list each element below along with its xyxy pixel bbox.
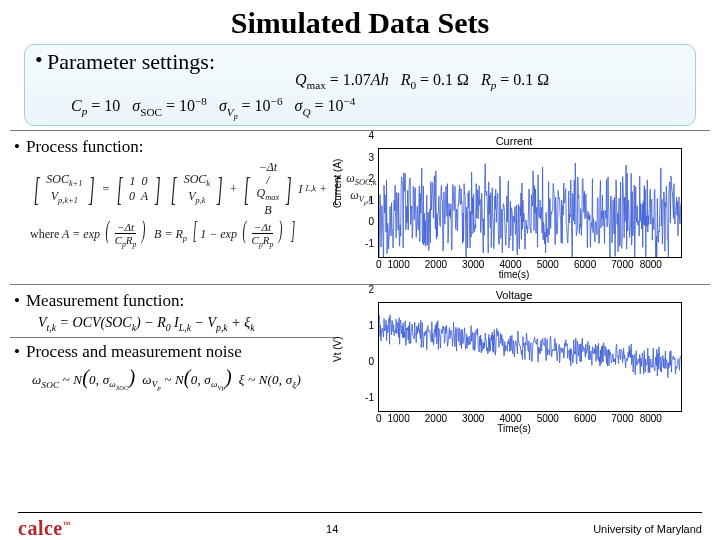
voltage-plot-title: Voltage	[340, 289, 688, 301]
current-signal	[379, 149, 681, 257]
footer: calce™ 14 University of Maryland	[0, 512, 720, 540]
current-plot: Current Current (A) -101234 010002000300…	[340, 135, 688, 280]
noise-heading: •Process and measurement noise	[14, 342, 340, 362]
page-number: 14	[326, 523, 338, 535]
voltage-xlabel: Time(s)	[340, 423, 688, 434]
process-equation: [ SOCk+1Vp,k+1 ] = [ 1 00 A ] [ SOCkVp,k…	[14, 161, 340, 249]
process-heading-text: Process function:	[26, 137, 144, 156]
param-heading-text: Parameter settings:	[47, 49, 215, 74]
param-eq-line1: Qmax = 1.07Ah R0 = 0.1 Ω Rp = 0.1 Ω	[295, 71, 685, 91]
current-axes	[378, 148, 682, 258]
current-xlabel: time(s)	[340, 269, 688, 280]
measurement-equation: Vt,k = OCV(SOCk) − R0 IL,k − Vp,k + ξk	[14, 315, 340, 333]
measurement-heading-text: Measurement function:	[26, 291, 184, 310]
measurement-heading: •Measurement function:	[14, 291, 340, 311]
university-label: University of Maryland	[593, 523, 702, 535]
slide-title: Simulated Data Sets	[0, 6, 720, 40]
noise-equation: ωSOC ~ N(0, σωSOC) ωVp ~ N(0, σωVp) ξ ~ …	[14, 366, 340, 391]
voltage-signal	[379, 303, 681, 411]
param-eq-line2: Cp = 10 σSOC = 10−8 σVp = 10−6 σQ = 10−4	[71, 95, 685, 117]
divider-3	[10, 337, 338, 338]
current-plot-title: Current	[340, 135, 688, 147]
current-yticks: -101234	[358, 135, 376, 243]
where-label: where	[30, 227, 59, 241]
voltage-yticks: -1012	[358, 289, 376, 397]
current-ylabel: Current (A)	[332, 158, 343, 207]
voltage-ylabel: Vt (V)	[332, 336, 343, 362]
voltage-axes	[378, 302, 682, 412]
voltage-plot: Voltage Vt (V) -1012 0100020003000400050…	[340, 289, 688, 434]
process-heading: •Process function:	[14, 137, 340, 157]
calce-logo: calce™	[18, 517, 71, 540]
parameter-settings-box: •Parameter settings: Qmax = 1.07Ah R0 = …	[24, 44, 696, 126]
noise-heading-text: Process and measurement noise	[26, 342, 242, 361]
